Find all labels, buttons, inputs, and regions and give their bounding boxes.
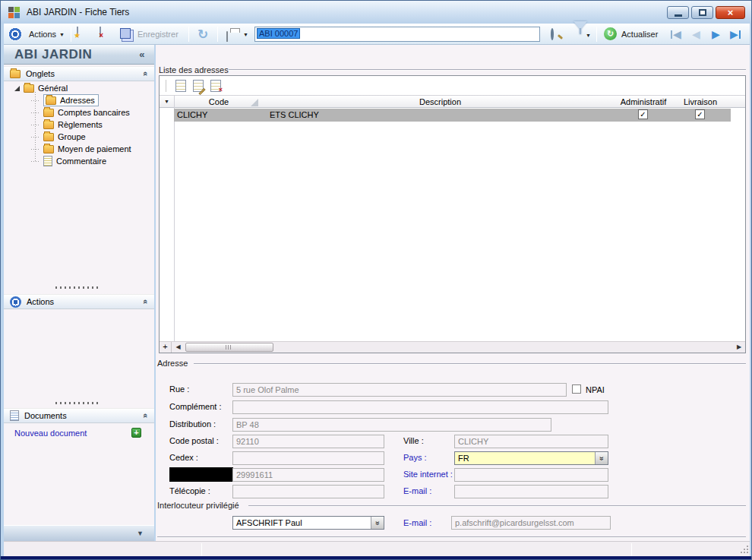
column-header-description[interactable]: Description (264, 97, 617, 106)
collapse-panel-icon[interactable]: « (141, 71, 150, 76)
panel-header-onglets[interactable]: Onglets « (4, 66, 154, 81)
record-code-input[interactable]: ABI 00007 (254, 27, 540, 42)
refresh-icon[interactable]: ↻ (197, 27, 208, 43)
pays-dropdown-button[interactable]: « (595, 452, 608, 464)
print-dropdown-icon[interactable]: ▼ (243, 32, 248, 37)
tree-selected-item[interactable]: Adresses (43, 94, 99, 106)
pencil-icon (198, 87, 205, 94)
scroll-right-icon[interactable]: ▶ (734, 342, 744, 353)
table-row[interactable]: CLICHY ETS CLICHY ✓ ✓ (174, 109, 731, 122)
add-document-icon[interactable]: + (131, 428, 141, 438)
toolbar-grip (166, 80, 166, 92)
minimize-icon (675, 14, 682, 17)
tree-node-reglements[interactable]: Règlements (31, 119, 103, 131)
folder-icon (43, 133, 54, 141)
actualiser-button[interactable]: Actualiser (621, 30, 658, 39)
tree-node-general[interactable]: Général (14, 82, 68, 94)
tree-node-label: Règlements (58, 120, 103, 129)
site-internet-label: Site internet : (403, 470, 453, 479)
rue-field[interactable]: 5 rue Olof Palme (232, 383, 567, 397)
maximize-button[interactable] (691, 6, 713, 19)
nav-first-button[interactable]: ◀ (671, 28, 681, 40)
scrollbar-thumb[interactable] (185, 343, 273, 352)
distribution-field[interactable]: BP 48 (232, 418, 551, 432)
search-icon[interactable] (551, 28, 554, 40)
delete-x-icon: × (219, 87, 223, 93)
interlocuteur-dropdown-button[interactable]: « (371, 517, 384, 529)
tree-node-groupe[interactable]: Groupe (31, 131, 86, 143)
ville-label: Ville : (403, 436, 424, 445)
delete-record-button[interactable]: × (100, 27, 101, 37)
collapse-sidebar-icon[interactable]: « (139, 49, 145, 60)
group-line (229, 69, 746, 71)
telecopie-label: Télécopie : (169, 486, 210, 495)
column-header-administratif[interactable]: Administratif (617, 97, 670, 106)
cedex-field[interactable] (232, 451, 384, 465)
npai-label: NPAI (586, 385, 605, 394)
save-icon[interactable] (120, 28, 131, 39)
panel-header-documents[interactable]: Documents « (4, 408, 154, 423)
splitter-handle[interactable] (55, 286, 100, 289)
telephone-field[interactable]: 29991611 (232, 468, 384, 482)
minimize-button[interactable] (667, 6, 689, 19)
tree-node-moyen-de-paiement[interactable]: Moyen de paiement (31, 143, 131, 155)
grid-delete-button[interactable]: × (210, 80, 221, 92)
pays-value: FR (458, 454, 469, 463)
actualiser-icon[interactable]: ↻ (604, 27, 617, 40)
titlebar: ABI JARDIN - Fiche Tiers × (1, 1, 751, 24)
actions-menu-button[interactable]: Actions (29, 30, 56, 39)
panel-header-actions[interactable]: Actions « (4, 294, 154, 309)
ville-field[interactable]: CLICHY (454, 435, 608, 448)
filter-dropdown-icon[interactable]: ▼ (586, 33, 591, 38)
redacted-label (169, 467, 233, 482)
column-header-livraison[interactable]: Livraison (670, 97, 731, 106)
email-field[interactable] (454, 485, 608, 498)
tree-stub (31, 100, 39, 101)
scroll-left-icon[interactable]: ◀ (172, 342, 184, 353)
nav-last-button[interactable]: ▶ (730, 28, 741, 40)
chevron-down-icon: « (372, 521, 384, 526)
new-record-button[interactable]: ★ (77, 27, 78, 37)
tree-expander-icon[interactable] (14, 86, 20, 91)
cedex-label: Cedex : (169, 453, 198, 462)
new-document-link[interactable]: Nouveau document (14, 429, 87, 438)
splitter-handle[interactable] (55, 402, 100, 404)
row-selector-icon: ▼ (160, 99, 174, 104)
grid-new-button[interactable] (175, 80, 186, 92)
folder-icon (10, 70, 21, 78)
save-button[interactable]: Enregistrer (137, 30, 179, 39)
folder-icon (43, 109, 54, 117)
collapse-panel-icon[interactable]: « (141, 299, 150, 304)
resize-grip[interactable] (741, 552, 742, 553)
grid-add-row-button[interactable]: + (160, 342, 172, 353)
collapse-panel-icon[interactable]: « (141, 413, 150, 418)
complement-field[interactable] (232, 400, 608, 414)
npai-checkbox[interactable] (572, 384, 581, 394)
print-button[interactable] (226, 31, 228, 42)
close-button[interactable]: × (716, 6, 745, 19)
actions-dropdown-icon[interactable]: ▼ (59, 32, 65, 37)
nav-previous-button[interactable]: ◀ (692, 28, 700, 40)
code-postal-field[interactable]: 92110 (232, 435, 384, 448)
actions-bullseye-icon (8, 27, 22, 41)
sidebar: Onglets « Général Adresses Comptes banca… (4, 65, 154, 541)
interlocuteur-email-field[interactable]: p.afschrift@picardsurgelsst.com (451, 516, 611, 530)
tree-node-label: Comptes bancaires (58, 108, 130, 117)
app-window: ABI JARDIN - Fiche Tiers × Actions ▼ ★ ×… (0, 0, 752, 560)
site-internet-field[interactable] (454, 468, 608, 482)
pays-combobox[interactable]: FR « (454, 451, 608, 465)
toolbar-separator (71, 27, 71, 42)
cell-livraison-checkbox[interactable]: ✓ (695, 109, 705, 119)
interlocuteur-value: AFSCHRIFT Paul (236, 518, 302, 527)
nav-next-button[interactable]: ▶ (712, 28, 720, 40)
tree-node-commentaire[interactable]: Commentaire (31, 155, 106, 167)
sidebar-header: ABI JARDIN « (4, 45, 154, 65)
note-icon (43, 156, 52, 166)
tree-node-comptes-bancaires[interactable]: Comptes bancaires (31, 106, 130, 119)
tree-node-adresses[interactable]: Adresses (31, 94, 99, 106)
cell-administratif-checkbox[interactable]: ✓ (638, 109, 648, 119)
footer-collapse-icon[interactable]: ▼ (137, 530, 144, 537)
grid-edit-button[interactable] (193, 80, 204, 92)
interlocuteur-combobox[interactable]: AFSCHRIFT Paul « (232, 516, 384, 530)
telecopie-field[interactable] (232, 485, 384, 498)
